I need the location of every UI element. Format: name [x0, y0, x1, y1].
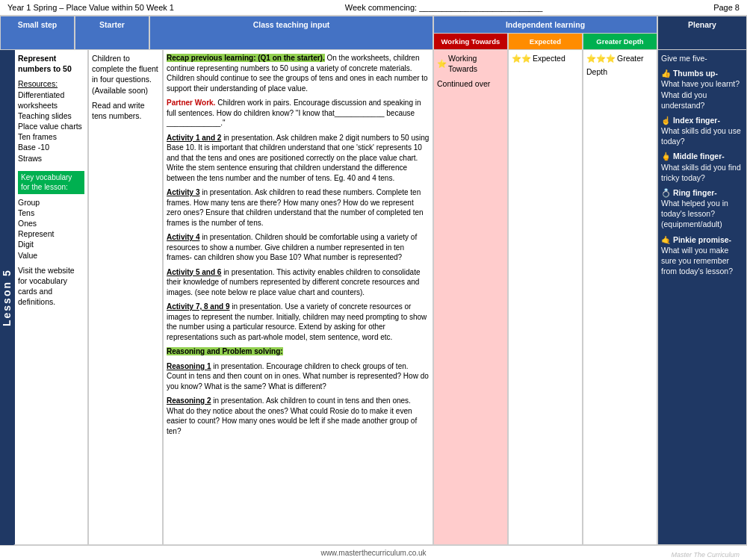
watermark: Master The Curriculum — [671, 551, 740, 559]
list-item: Straws — [18, 153, 84, 164]
continued-over: Continued over — [437, 78, 504, 89]
activity3-label: Activity 3 — [167, 188, 199, 196]
reasoning1-pre: in presentation. — [211, 362, 264, 370]
greater-star-icon: ⭐⭐⭐ — [586, 53, 616, 63]
list-item: Group — [18, 197, 84, 208]
thumb-icon: 👍 — [661, 69, 671, 78]
header-starter: Starter — [75, 16, 149, 50]
plenary-item-2: ☝ Index finger- What skills did you use … — [661, 115, 743, 147]
pinkie-icon: 🤙 — [661, 235, 671, 244]
middle-icon: 🖕 — [661, 152, 671, 161]
plenary-item-3: 🖕 Middle finger- What skills did you fin… — [661, 151, 743, 183]
activity3-pre: in presentation. — [199, 188, 252, 196]
plenary-item-5: 🤙 Pinkie promise- What will you make sur… — [661, 234, 743, 277]
activity56-label: Activity 5 and 6 — [167, 268, 221, 276]
footer: www.masterthecurriculum.co.uk Master The… — [0, 545, 747, 560]
resources-label: Resources: — [18, 79, 58, 88]
key-vocab-label: Key vocabulary for the lesson: — [18, 171, 84, 194]
reasoning2-label: Reasoning 2 — [167, 396, 211, 405]
vocab-list: Group Tens Ones Represent Digit Value — [18, 197, 84, 261]
activity12-label: Activity 1 and 2 — [167, 134, 221, 142]
header-plenary: Plenary — [657, 16, 747, 50]
header-working-towards: Working Towards — [433, 33, 508, 50]
working-star-icon: ⭐ — [437, 58, 447, 69]
plenary-item-1: 👍 Thumbs up- What have you learnt? What … — [661, 68, 743, 111]
plenary-column: Give me five- 👍 Thumbs up- What have you… — [657, 50, 747, 545]
activity4-label: Activity 4 — [167, 233, 199, 241]
plenary-intro: Give me five- — [661, 53, 743, 63]
resources-list: Differentiated worksheets Teaching slide… — [18, 90, 84, 164]
column-headers: Small step Starter Class teaching input … — [0, 16, 747, 50]
list-item: Ones — [18, 218, 84, 228]
page-title: Year 1 Spring – Place Value within 50 We… — [7, 3, 174, 12]
greater-depth-sub: Depth — [586, 66, 654, 77]
ring-icon: 💍 — [661, 188, 671, 197]
header-expected: Expected — [508, 33, 583, 50]
list-item: Digit — [18, 239, 84, 249]
list-item: Base -10 — [18, 142, 84, 152]
page-wrapper: Year 1 Spring – Place Value within 50 We… — [0, 0, 747, 560]
list-item: Place value charts — [18, 121, 84, 131]
page-number: Page 8 — [713, 3, 740, 12]
partner-label: Partner Work. — [167, 99, 215, 107]
plenary-item-4: 💍 Ring finger- What helped you in today'… — [661, 187, 743, 230]
list-item: Ten frames — [18, 131, 84, 142]
recap-label: Recap previous learning: (Q1 on the star… — [167, 54, 325, 62]
activity4-pre: in presentation. — [199, 233, 252, 241]
working-towards-column: ⭐ Working Towards Continued over — [433, 50, 508, 545]
week-commencing: Week commencing: _______________________… — [345, 3, 543, 12]
greater-depth-label: Greater — [617, 53, 644, 63]
visit-text: Visit the website for vocabulary cards a… — [18, 265, 84, 308]
top-bar: Year 1 Spring – Place Value within 50 We… — [0, 0, 747, 16]
teaching-column: Recap previous learning: (Q1 on the star… — [163, 50, 433, 545]
header-independent: Independent learning — [433, 16, 657, 33]
reasoning-label: Reasoning and Problem solving: — [167, 347, 283, 355]
plenary-item-2-text: What skills did you use today? — [661, 125, 743, 146]
reasoning2-pre: in presentation. — [211, 396, 264, 405]
index-icon: ☝ — [661, 116, 671, 125]
working-towards-label: Working Towards — [448, 53, 504, 74]
expected-star-icon: ⭐⭐ — [512, 53, 531, 63]
small-step-column: Represent numbers to 50 Resources: Diffe… — [13, 50, 88, 545]
plenary-item-5-text: What will you make sure you remember fro… — [661, 245, 743, 277]
list-item: Teaching slides — [18, 111, 84, 121]
list-item: Value — [18, 250, 84, 261]
header-small-step: Small step — [0, 16, 75, 50]
starter-text2: Read and write tens numbers. — [92, 100, 159, 121]
plenary-item-4-text: What helped you in today's lesson? (equi… — [661, 198, 743, 230]
header-teaching: Class teaching input — [149, 16, 433, 50]
expected-column: ⭐⭐ Expected — [508, 50, 583, 545]
activity789-pre: in presentation. — [229, 302, 282, 311]
expected-label: Expected — [533, 53, 565, 63]
activity12-pre: in presentation. — [221, 134, 274, 142]
starter-column: Children to complete the fluent in four … — [88, 50, 163, 545]
small-step-title: Represent numbers to 50 — [18, 53, 84, 74]
lesson-label: Lesson 5 — [0, 50, 13, 545]
list-item: Differentiated worksheets — [18, 90, 84, 111]
list-item: Tens — [18, 208, 84, 218]
list-item: Represent — [18, 228, 84, 239]
plenary-item-1-text: What have you learnt? What did you under… — [661, 78, 743, 111]
activity789-label: Activity 7, 8 and 9 — [167, 302, 229, 311]
plenary-item-3-text: What skills did you find tricky today? — [661, 162, 743, 183]
activity56-pre: in presentation. — [221, 268, 274, 276]
footer-url: www.masterthecurriculum.co.uk — [320, 549, 426, 557]
greater-depth-column: ⭐⭐⭐ Greater Depth — [583, 50, 657, 545]
header-greater-depth: Greater Depth — [583, 33, 657, 50]
reasoning1-label: Reasoning 1 — [167, 362, 211, 370]
starter-text1: Children to complete the fluent in four … — [92, 53, 159, 96]
